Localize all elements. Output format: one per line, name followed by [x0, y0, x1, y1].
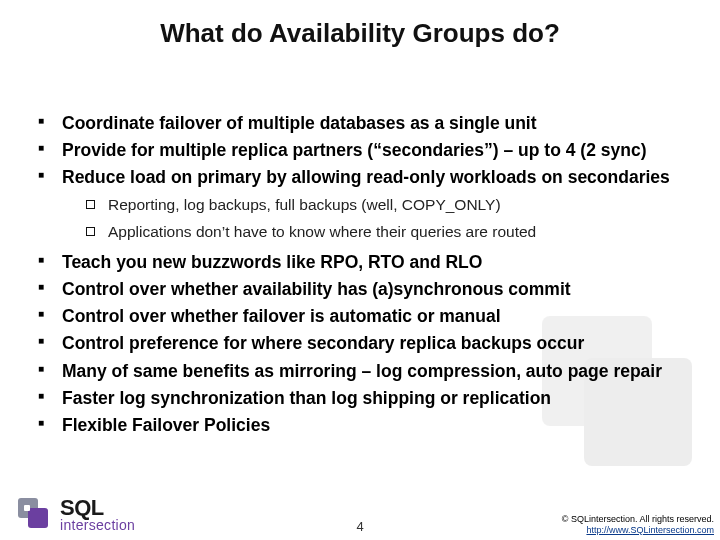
bullet-list: Teach you new buzzwords like RPO, RTO an…	[38, 251, 702, 437]
brand-logo: SQL intersection	[18, 497, 135, 532]
bullet-item: Provide for multiple replica partners (“…	[38, 139, 702, 162]
logo-line1: SQL	[60, 497, 135, 519]
bullet-item: Control over whether availability has (a…	[38, 278, 702, 301]
bullet-item: Control over whether failover is automat…	[38, 305, 702, 328]
logo-text: SQL intersection	[60, 497, 135, 532]
page-number: 4	[356, 519, 363, 534]
bullet-item: Control preference for where secondary r…	[38, 332, 702, 355]
slide-title: What do Availability Groups do?	[0, 18, 720, 49]
slide-body: Coordinate failover of multiple database…	[38, 112, 702, 441]
bullet-item: Teach you new buzzwords like RPO, RTO an…	[38, 251, 702, 274]
logo-icon	[18, 498, 52, 532]
sub-bullet-item: Reporting, log backups, full backups (we…	[86, 195, 702, 216]
sub-bullet-item: Applications don’t have to know where th…	[86, 222, 702, 243]
bullet-item: Coordinate failover of multiple database…	[38, 112, 702, 135]
logo-line2: intersection	[60, 518, 135, 532]
bullet-item: Faster log synchronization than log ship…	[38, 387, 702, 410]
bullet-list: Coordinate failover of multiple database…	[38, 112, 702, 189]
copyright-link[interactable]: http://www.SQLintersection.com	[562, 525, 714, 536]
sub-bullet-list: Reporting, log backups, full backups (we…	[86, 195, 702, 243]
bullet-item: Flexible Failover Policies	[38, 414, 702, 437]
slide: What do Availability Groups do? Coordina…	[0, 0, 720, 540]
bullet-item: Reduce load on primary by allowing read-…	[38, 166, 702, 189]
slide-footer: SQL intersection 4 © SQLintersection. Al…	[0, 486, 720, 540]
copyright: © SQLintersection. All rights reserved. …	[562, 514, 714, 537]
bullet-item: Many of same benefits as mirroring – log…	[38, 360, 702, 383]
copyright-text: © SQLintersection. All rights reserved.	[562, 514, 714, 525]
